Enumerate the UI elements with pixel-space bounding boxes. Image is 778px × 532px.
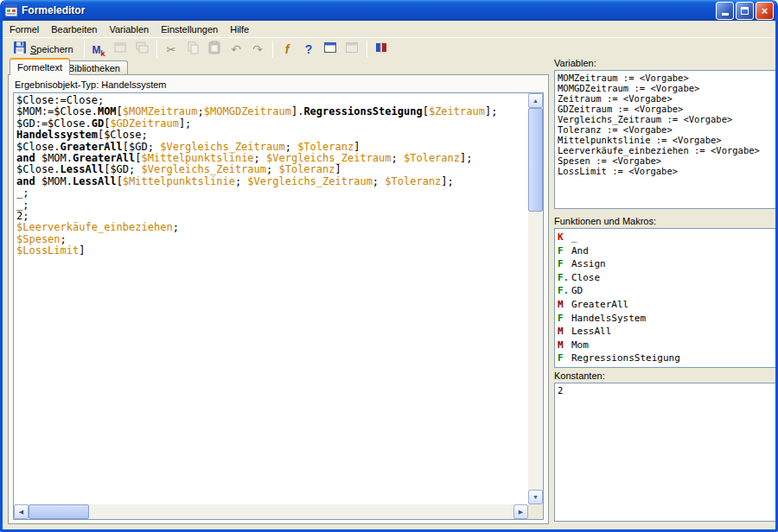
function-item[interactable]: MLessAll xyxy=(558,325,774,339)
scroll-right-button[interactable]: ▶ xyxy=(513,504,528,519)
variable-item[interactable]: Mittelpunktslinie := <Vorgabe> xyxy=(558,135,774,145)
function-type-icon: F xyxy=(558,312,571,326)
variable-item[interactable]: Zeitraum := <Vorgabe> xyxy=(558,93,774,104)
function-type-icon: K xyxy=(558,231,571,244)
function-icon: f xyxy=(285,42,290,56)
title-bar[interactable]: Formeleditor × xyxy=(0,0,778,21)
paste-icon xyxy=(207,41,221,58)
doc-new-button[interactable] xyxy=(111,40,131,60)
horizontal-scrollbar[interactable]: ◀ ▶ xyxy=(14,504,528,519)
function-item[interactable]: FHandelsSystem xyxy=(558,312,774,326)
function-wizard-button[interactable]: f xyxy=(277,40,297,60)
variables-list[interactable]: MOMZeitraum := <Vorgabe>MOMGDZeitraum :=… xyxy=(554,70,777,209)
menu-item-variablen[interactable]: Variablen xyxy=(103,22,155,36)
formeleditor-window: Formeleditor × FormelBearbeitenVariablen… xyxy=(0,0,778,532)
toolbar-separator xyxy=(272,41,273,58)
function-item[interactable]: FAssign xyxy=(558,257,774,271)
vertical-scrollbar[interactable]: ▲ ▼ xyxy=(528,93,543,504)
tab-formeltext[interactable]: Formeltext xyxy=(10,58,70,75)
doc-stack-button[interactable] xyxy=(132,40,152,60)
code-line: $Close:=Close; xyxy=(16,95,526,106)
help-button[interactable]: ? xyxy=(299,40,319,60)
close-button[interactable]: × xyxy=(756,2,774,20)
function-item[interactable]: FAnd xyxy=(558,244,774,258)
save-button[interactable]: Speichern xyxy=(7,40,80,60)
code-line: $Close.LessAll[$GD; $Vergleichs_Zeitraum… xyxy=(16,164,526,175)
function-item[interactable]: MGreaterAll xyxy=(558,298,774,312)
formula-editor[interactable]: $Close:=Close;$MOM:=$Close.MOM[$MOMZeitr… xyxy=(13,92,544,520)
scroll-down-button[interactable]: ▼ xyxy=(528,490,543,504)
form-window-button[interactable] xyxy=(321,40,341,60)
result-type-label: Ergebnisobjekt-Typ: Handelssystem xyxy=(15,79,166,90)
menu-item-hilfe[interactable]: Hilfe xyxy=(224,22,255,36)
toolbar-separator xyxy=(84,41,85,58)
function-type-icon: M xyxy=(558,298,571,312)
function-type-icon: F xyxy=(558,352,571,365)
scroll-up-button[interactable]: ▲ xyxy=(528,93,543,108)
makro-button[interactable]: Mk xyxy=(89,40,109,60)
cut-button[interactable]: ✂ xyxy=(162,40,182,60)
variable-item[interactable]: Leerverkäufe_einbeziehen := <Vorgabe> xyxy=(558,145,774,155)
variable-item[interactable]: LossLimit := <Vorgabe> xyxy=(558,166,774,176)
undo-icon: ↶ xyxy=(231,42,241,56)
scrollbar-corner xyxy=(528,504,543,519)
app-icon xyxy=(4,3,18,17)
undo-button[interactable]: ↶ xyxy=(226,40,246,60)
function-type-icon: F. xyxy=(558,284,571,298)
function-item[interactable]: F.Close xyxy=(558,271,774,285)
function-name: GreaterAll xyxy=(571,299,628,310)
menu-item-bearbeiten[interactable]: Bearbeiten xyxy=(45,22,103,36)
functions-list[interactable]: K_FAndFAssignF.CloseF.GDMGreaterAllFHand… xyxy=(554,228,777,368)
function-name: _ xyxy=(571,231,577,243)
code-line: Handelssystem[$Close; xyxy=(16,130,526,141)
function-item[interactable]: K_ xyxy=(558,231,774,244)
code-line: $GD:=$Close.GD[$GDZeitraum]; xyxy=(16,118,526,130)
paste-button[interactable] xyxy=(205,40,225,60)
variable-item[interactable]: MOMZeitraum := <Vorgabe> xyxy=(558,73,774,83)
function-type-icon: M xyxy=(558,339,571,352)
doc-new-icon xyxy=(113,41,127,58)
constant-item[interactable]: 2 xyxy=(558,385,774,396)
menu-item-formel[interactable]: Formel xyxy=(3,22,45,36)
constants-list[interactable]: 2 xyxy=(554,383,777,522)
code-line: and $MOM.LessAll[$Mittelpunktslinie; $Ve… xyxy=(16,176,526,187)
preview-window-button[interactable] xyxy=(342,40,362,60)
scroll-left-button[interactable]: ◀ xyxy=(14,504,29,519)
books-icon xyxy=(374,41,388,58)
code-area[interactable]: $Close:=Close;$MOM:=$Close.MOM[$MOMZeitr… xyxy=(14,93,528,504)
code-line: $Close.GreaterAll[$GD; $Vergleichs_Zeitr… xyxy=(16,142,526,153)
maximize-button[interactable] xyxy=(736,2,754,20)
functions-label: Funktionen und Makros: xyxy=(554,216,656,226)
function-type-icon: F xyxy=(558,257,571,271)
library-button[interactable] xyxy=(372,40,392,60)
code-line: 2; xyxy=(16,211,526,222)
minimize-icon xyxy=(722,13,729,16)
window-title: Formeleditor xyxy=(22,4,712,16)
variable-item[interactable]: Vergleichs_Zeitraum := <Vorgabe> xyxy=(558,114,774,124)
horizontal-scroll-thumb[interactable] xyxy=(29,504,89,519)
makro-icon: Mk xyxy=(92,41,105,57)
minimize-button[interactable] xyxy=(716,2,734,20)
copy-icon xyxy=(186,41,200,58)
menu-item-einstellungen[interactable]: Einstellungen xyxy=(155,22,224,36)
variable-item[interactable]: GDZeitraum := <Vorgabe> xyxy=(558,104,774,114)
copy-button[interactable] xyxy=(183,40,203,60)
variable-item[interactable]: MOMGDZeitraum := <Vorgabe> xyxy=(558,83,774,93)
tab-bibliotheken[interactable]: Bibliotheken xyxy=(61,60,128,75)
redo-button[interactable]: ↷ xyxy=(248,40,268,60)
function-item[interactable]: FRegressionsSteigung xyxy=(558,352,774,365)
function-item[interactable]: F.GD xyxy=(558,284,774,298)
toolbar-separator xyxy=(367,41,367,58)
vertical-scroll-thumb[interactable] xyxy=(528,108,543,212)
code-line: $MOM:=$Close.MOM[$MOMZeitraum;$MOMGDZeit… xyxy=(16,106,526,117)
scroll-up-icon: ▲ xyxy=(532,98,539,104)
variable-item[interactable]: Spesen := <Vorgabe> xyxy=(558,155,774,166)
function-item[interactable]: MMom xyxy=(558,339,774,352)
constants-label: Konstanten: xyxy=(554,370,605,381)
save-icon xyxy=(13,41,27,58)
variable-item[interactable]: Toleranz := <Vorgabe> xyxy=(558,124,774,135)
code-line: $Leerverkäufe_einbeziehen; xyxy=(16,222,526,233)
function-type-icon: F xyxy=(558,244,571,258)
function-type-icon: F. xyxy=(558,271,571,285)
function-name: GD xyxy=(571,285,583,296)
